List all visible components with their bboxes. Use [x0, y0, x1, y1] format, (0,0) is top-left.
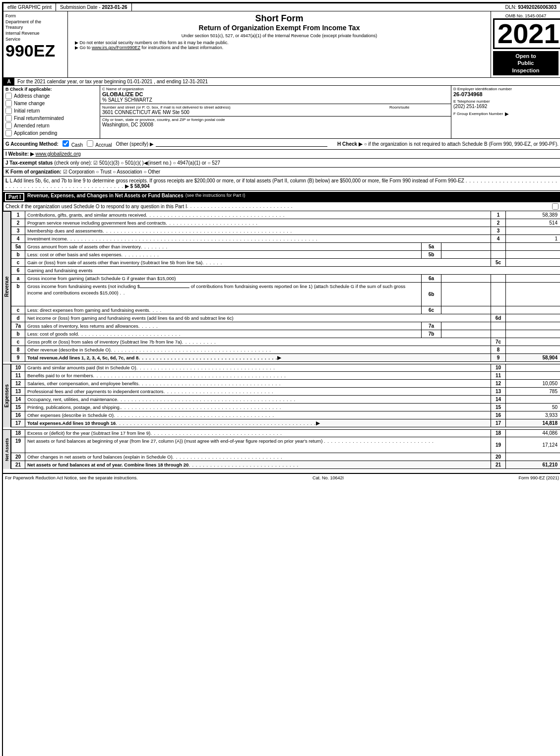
k-label: K Form of organization:: [5, 169, 62, 174]
accrual-check: Accrual: [87, 140, 112, 148]
table-row: 6 Gaming and fundraising events: [11, 267, 560, 275]
table-row: 18 Excess or (deficit) for the year (Sub…: [11, 429, 560, 437]
address-change-label: Address change: [14, 93, 50, 99]
name-change-checkbox[interactable]: [5, 100, 12, 107]
f-label: F Group Exemption Number: [453, 112, 503, 116]
l-row: L L Add lines 5b, 6c, and 7b to line 9 t…: [3, 176, 560, 191]
table-row: 20 Other changes in net assets or fund b…: [11, 453, 560, 461]
col-num: 1: [491, 211, 506, 219]
row-value: [506, 330, 560, 338]
row-value: [506, 322, 560, 330]
amended-return-checkbox[interactable]: [5, 122, 12, 129]
row-num: b: [11, 330, 25, 338]
city-row: City or town, state or province, country…: [100, 116, 451, 128]
col-num: 10: [491, 364, 506, 371]
k-row: K Form of organization: ☑ Corporation ○ …: [3, 168, 560, 176]
part1-label: Part I: [5, 193, 24, 201]
col-num: 14: [491, 396, 506, 403]
revenue-rows: 1 Contributions, gifts, grants, and simi…: [11, 211, 560, 362]
row-value: 17,124: [506, 437, 560, 453]
f-symbol: ▶: [505, 111, 509, 116]
title-sub: Return of Organization Exempt From Incom…: [70, 24, 489, 32]
e-label: E Telephone number: [453, 99, 559, 104]
d-label: D Employer identification number: [453, 87, 559, 91]
col-num: 16: [491, 411, 506, 419]
row-label: Gross amount from sale of assets other t…: [25, 243, 422, 250]
table-row: 3 Membership dues and assessments . . . …: [11, 227, 560, 235]
row-num: 19: [11, 437, 25, 453]
row-value: [506, 364, 560, 371]
table-row: 17 Total expenses. Add lines 10 through …: [11, 419, 560, 427]
row-sub-value: [441, 243, 491, 250]
top-bar: efile GRAPHIC print Submission Date - 20…: [3, 3, 560, 11]
final-return-checkbox[interactable]: [5, 115, 12, 121]
phone-value: (202) 251-1692: [453, 104, 559, 109]
row-value: 10,050: [506, 380, 560, 387]
tax-row: J Tax-exempt status (check only one): ☑ …: [3, 159, 560, 168]
table-row: c Less: direct expenses from gaming and …: [11, 306, 560, 314]
col-num: 19: [491, 437, 506, 453]
address-change-checkbox[interactable]: [5, 93, 12, 99]
row-value: 14,818: [506, 419, 560, 427]
street-value: 3601 CONNECTICUT AVE NW Ste 500: [102, 110, 387, 115]
schedule-dots: . . . . . . . . . . . . . . . . . . . . …: [187, 204, 552, 209]
other-check: Other (specify) ▶: [116, 141, 154, 147]
row-num: 13: [11, 388, 25, 395]
table-row: 10 Grants and similar amounts paid (list…: [11, 364, 560, 372]
row-label: Gross sales of inventory, less returns a…: [25, 322, 422, 330]
row-sub-value: [441, 330, 491, 338]
app-pending-checkbox[interactable]: [5, 130, 12, 136]
schedule-o-checkbox[interactable]: [552, 203, 559, 210]
initial-return-checkbox[interactable]: [5, 108, 12, 114]
table-row: 12 Salaries, other compensation, and emp…: [11, 380, 560, 388]
app-pending-row: Application pending: [5, 130, 98, 136]
part1-header: Part I Revenue, Expenses, and Changes in…: [3, 192, 560, 202]
section-a-row: A For the 2021 calendar year, or tax yea…: [3, 78, 560, 86]
row-value: 61,210: [506, 461, 560, 468]
row-value: 44,086: [506, 430, 560, 437]
amended-return-row: Amended return: [5, 122, 98, 129]
row-label: Less: cost of goods sold . . . . . . . .…: [25, 330, 422, 338]
row-num: 6: [11, 267, 25, 274]
cat-no: Cat. No. 10642I: [312, 475, 344, 480]
schedule-o-row: Check if the organization used Schedule …: [3, 202, 560, 211]
accrual-checkbox[interactable]: [87, 140, 93, 147]
row-num: 20: [11, 453, 25, 461]
row-sub-value: [441, 306, 491, 314]
row-num: 8: [11, 346, 25, 353]
row-label: Salaries, other compensation, and employ…: [25, 380, 491, 387]
table-row: 5a Gross amount from sale of assets othe…: [11, 243, 560, 251]
col-num: 12: [491, 380, 506, 387]
amended-return-label: Amended return: [14, 123, 50, 128]
row-value: [506, 283, 560, 306]
row-num: 12: [11, 380, 25, 387]
col-num: 21: [491, 461, 506, 468]
row-num: 2: [11, 219, 25, 227]
website-label: I Website: ▶: [5, 151, 34, 157]
row-label: Excess or (deficit) for the year (Subtra…: [25, 430, 491, 437]
form-footer: Form 990-EZ (2021): [518, 475, 559, 480]
j-check-only: (check only one):: [54, 160, 92, 166]
j-label: J Tax-exempt status: [5, 160, 53, 166]
form-number: 990EZ: [5, 42, 65, 59]
row-num: c: [11, 338, 25, 346]
row-num: b: [11, 251, 25, 258]
row-label: Total revenue. Add lines 1, 2, 3, 4, 5c,…: [25, 354, 491, 361]
room-block: Room/suite: [389, 105, 449, 115]
col-num: 18: [491, 430, 506, 437]
org-name-row: C Name of organization GLOBALIZE DC % SA…: [100, 86, 451, 104]
col-num: 8: [491, 346, 506, 353]
row-value: 50: [506, 404, 560, 411]
part1-see-instr: (see the instructions for Part I): [186, 193, 246, 201]
cash-checkbox[interactable]: [62, 140, 69, 147]
row-num: 4: [11, 235, 25, 242]
table-row: b Less: cost of goods sold . . . . . . .…: [11, 330, 560, 338]
page: efile GRAPHIC print Submission Date - 20…: [2, 2, 560, 756]
year-box: 2021: [493, 18, 560, 49]
section-a-label: A: [3, 78, 14, 85]
instr1: ▶ Do not enter social security numbers o…: [70, 40, 489, 45]
expenses-section: Expenses 10 Grants and similar amounts p…: [3, 364, 560, 427]
website-row: I Website: ▶ www.globalizedc.org: [3, 150, 560, 159]
row-value: 1: [506, 235, 560, 242]
org-info-block: C Name of organization GLOBALIZE DC % SA…: [100, 86, 451, 138]
